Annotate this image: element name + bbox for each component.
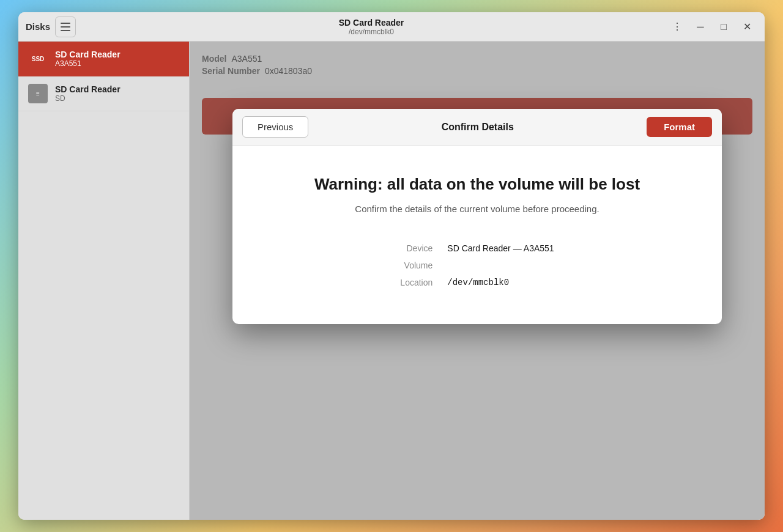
hamburger-line-3 xyxy=(61,30,70,31)
location-value: /dev/mmcblk0 xyxy=(447,278,554,287)
close-button[interactable]: ✕ xyxy=(737,17,757,37)
title-bar-right: ⋮ ─ □ ✕ xyxy=(667,17,757,37)
warning-heading: Warning: all data on the volume will be … xyxy=(314,175,640,194)
device-label: Device xyxy=(400,243,432,253)
app-body: SSD SD Card Reader A3A551 ≡ SD Card Read… xyxy=(18,42,765,520)
sidebar-item-sd-card-reader-ssd[interactable]: SSD SD Card Reader A3A551 xyxy=(18,42,189,76)
hamburger-line-1 xyxy=(61,23,70,24)
sidebar-item-name-ssd: SD Card Reader xyxy=(55,50,121,59)
title-bar-center: SD Card Reader /dev/mmcblk0 xyxy=(339,18,404,36)
sidebar-item-info-ssd: SD Card Reader A3A551 xyxy=(55,50,121,68)
sidebar-item-info-sd: SD Card Reader SD xyxy=(55,84,121,103)
modal-header: Previous Confirm Details Format xyxy=(232,109,722,146)
main-content: Model A3A551 Serial Number 0x041803a0 Pr… xyxy=(190,42,765,520)
modal-body: Warning: all data on the volume will be … xyxy=(232,146,722,324)
app-window: Disks SD Card Reader /dev/mmcblk0 ⋮ ─ □ … xyxy=(18,12,765,520)
details-grid: Device SD Card Reader — A3A551 Volume Lo… xyxy=(400,243,554,287)
window-subtitle: /dev/mmcblk0 xyxy=(349,28,394,36)
modal-overlay: Previous Confirm Details Format Warning:… xyxy=(190,42,765,520)
sidebar-item-sub-ssd: A3A551 xyxy=(55,59,121,68)
minimize-button[interactable]: ─ xyxy=(690,17,711,37)
app-title: Disks xyxy=(26,21,50,32)
device-value: SD Card Reader — A3A551 xyxy=(447,243,554,253)
location-label: Location xyxy=(400,278,432,287)
format-button[interactable]: Format xyxy=(647,117,712,137)
hamburger-line-2 xyxy=(61,26,70,28)
title-bar: Disks SD Card Reader /dev/mmcblk0 ⋮ ─ □ … xyxy=(18,12,765,42)
sidebar-item-sub-sd: SD xyxy=(55,94,121,103)
hamburger-button[interactable] xyxy=(55,17,76,37)
more-options-button[interactable]: ⋮ xyxy=(667,17,688,37)
volume-label: Volume xyxy=(400,260,432,270)
sidebar-item-name-sd: SD Card Reader xyxy=(55,84,121,94)
previous-button[interactable]: Previous xyxy=(242,116,308,138)
maximize-button[interactable]: □ xyxy=(713,17,734,37)
sidebar-item-sd-card-reader-sd[interactable]: ≡ SD Card Reader SD xyxy=(18,76,189,111)
window-title: SD Card Reader xyxy=(339,18,404,28)
sidebar: SSD SD Card Reader A3A551 ≡ SD Card Read… xyxy=(18,42,190,520)
ssd-icon: SSD xyxy=(28,49,48,68)
warning-subtext: Confirm the details of the current volum… xyxy=(355,204,599,214)
confirm-dialog: Previous Confirm Details Format Warning:… xyxy=(232,109,722,324)
modal-title: Confirm Details xyxy=(442,122,514,133)
title-bar-left: Disks xyxy=(26,17,76,37)
sd-icon: ≡ xyxy=(28,84,48,103)
